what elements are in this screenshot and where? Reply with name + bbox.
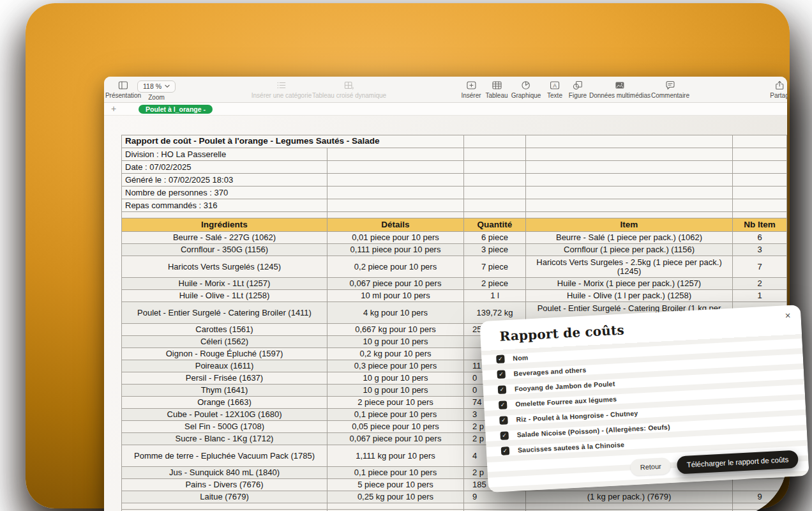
- cell[interactable]: Céleri (1562): [122, 336, 327, 348]
- presentation-button[interactable]: Présentation: [105, 80, 141, 99]
- chart-button[interactable]: Graphique: [511, 80, 541, 99]
- cell[interactable]: Sel Fin - 500G (1708): [122, 421, 327, 433]
- cell[interactable]: 0,3 piece pour 10 pers: [327, 360, 464, 372]
- cell[interactable]: [733, 479, 787, 491]
- cell[interactable]: Huile - Morix - 1Lt (1257): [122, 278, 327, 290]
- cell[interactable]: 10 ml pour 10 pers: [327, 290, 464, 302]
- cell[interactable]: Huile - Olive (1 l per pack.) (1258): [526, 290, 733, 302]
- cell[interactable]: Oignon - Rouge Épluché (1597): [122, 348, 327, 360]
- media-button[interactable]: Données multimédias: [589, 80, 650, 99]
- cell[interactable]: 0,2 piece pour 10 pers: [327, 256, 464, 278]
- cell[interactable]: [526, 174, 733, 187]
- cell[interactable]: 10 g pour 10 pers: [327, 336, 464, 348]
- cell[interactable]: Sucre - Blanc - 1Kg (1712): [122, 433, 327, 445]
- cell[interactable]: [327, 148, 464, 161]
- cell[interactable]: 10 g pour 10 pers: [327, 372, 464, 385]
- pivot-table-button[interactable]: Tableau croisé dynamique: [312, 80, 386, 99]
- cell[interactable]: Pomme de terre - Epluchée Vacuum Pack (1…: [122, 445, 327, 467]
- cell[interactable]: Jus - Sunquick 840 mL (1840): [122, 467, 327, 479]
- cell[interactable]: 0,1 piece pour 10 pers: [327, 467, 464, 479]
- cell[interactable]: [327, 199, 464, 212]
- insert-category-button[interactable]: Insérer une catégorie: [252, 80, 312, 99]
- cell[interactable]: Beurre - Salé - 227G (1062): [122, 232, 327, 244]
- cell[interactable]: 7 piece: [464, 256, 526, 278]
- cell[interactable]: [122, 212, 327, 218]
- cell[interactable]: Thym (1641): [122, 385, 327, 397]
- download-report-button[interactable]: Télécharger le rapport de coûts: [677, 450, 799, 475]
- cell[interactable]: Cornflour (1 piece per pack.) (1156): [526, 244, 733, 256]
- checkbox-checked-icon[interactable]: ✓: [497, 370, 506, 379]
- cell[interactable]: Laitue (7679): [122, 491, 327, 503]
- cell[interactable]: 3 piece: [464, 244, 526, 256]
- comment-button[interactable]: Commentaire: [651, 80, 689, 99]
- checkbox-checked-icon[interactable]: ✓: [499, 416, 508, 425]
- cell[interactable]: Cube - Poulet - 12X10G (1680): [122, 409, 327, 421]
- cell[interactable]: Nombre de personnes : 370: [122, 187, 327, 199]
- cell[interactable]: Haricots Verts Surgeles - 2.5kg (1 piece…: [526, 256, 733, 278]
- cell[interactable]: 0,2 kg pour 10 pers: [327, 348, 464, 360]
- checkbox-checked-icon[interactable]: ✓: [498, 385, 507, 394]
- cell[interactable]: [526, 161, 733, 174]
- cell[interactable]: 0,1 piece pour 10 pers: [327, 409, 464, 421]
- header-cell[interactable]: Détails: [327, 218, 464, 232]
- cell[interactable]: 0,111 piece pour 10 pers: [327, 244, 464, 256]
- cell[interactable]: [526, 187, 733, 199]
- cell[interactable]: [464, 161, 526, 174]
- close-icon[interactable]: ×: [785, 310, 791, 321]
- cell[interactable]: [733, 199, 787, 212]
- cell[interactable]: [327, 503, 464, 510]
- cell[interactable]: 2 piece: [464, 278, 526, 290]
- cell[interactable]: [464, 135, 526, 148]
- cell[interactable]: Rapport de coût - Poulet à l'orange - Le…: [122, 135, 464, 148]
- cell[interactable]: [327, 161, 464, 174]
- cell[interactable]: [327, 174, 464, 187]
- cell[interactable]: [327, 187, 464, 199]
- cell[interactable]: Haricots Verts Surgelés (1245): [122, 256, 327, 278]
- cell[interactable]: Généré le : 07/02/2025 18:03: [122, 174, 327, 187]
- cell[interactable]: 9: [464, 491, 526, 503]
- cell[interactable]: Beurre - Salé (1 piece per pack.) (1062): [526, 232, 733, 244]
- cell[interactable]: [733, 212, 787, 218]
- cell[interactable]: 7: [733, 256, 787, 278]
- back-button[interactable]: Retour: [630, 457, 671, 476]
- cell[interactable]: 3: [733, 244, 787, 256]
- insert-button[interactable]: Insérer: [461, 80, 481, 99]
- cell[interactable]: 0,05 piece pour 10 pers: [327, 421, 464, 433]
- cell[interactable]: 0,067 piece pour 10 pers: [327, 278, 464, 290]
- cell[interactable]: [526, 135, 733, 148]
- cell[interactable]: Poireaux (1611): [122, 360, 327, 372]
- cell[interactable]: Pains - Divers (7676): [122, 479, 327, 491]
- cell[interactable]: [464, 148, 526, 161]
- cell[interactable]: [733, 161, 787, 174]
- cell[interactable]: [526, 503, 733, 510]
- cell[interactable]: [464, 212, 526, 218]
- cell[interactable]: 10 g pour 10 pers: [327, 385, 464, 397]
- cell[interactable]: Division : HO La Passerelle: [122, 148, 327, 161]
- header-cell[interactable]: Quantité: [464, 218, 526, 232]
- checkbox-checked-icon[interactable]: ✓: [501, 446, 510, 455]
- cell[interactable]: 2 piece pour 10 pers: [327, 397, 464, 409]
- cell[interactable]: 0,067 piece pour 10 pers: [327, 433, 464, 445]
- cell[interactable]: [526, 212, 733, 218]
- cell[interactable]: [526, 148, 733, 161]
- add-sheet-button[interactable]: +: [111, 103, 116, 115]
- header-cell[interactable]: Ingrédients: [122, 218, 327, 232]
- header-cell[interactable]: Nb Item: [733, 218, 787, 232]
- cell[interactable]: Huile - Olive - 1Lt (1258): [122, 290, 327, 302]
- checkbox-checked-icon[interactable]: ✓: [500, 431, 509, 440]
- checkbox-checked-icon[interactable]: ✓: [496, 355, 505, 363]
- cell[interactable]: [122, 503, 327, 510]
- cell[interactable]: [733, 187, 787, 199]
- cell[interactable]: [733, 174, 787, 187]
- cell[interactable]: [464, 174, 526, 187]
- cell[interactable]: Poulet - Entier Surgelé - Catering Broil…: [122, 302, 327, 324]
- zoom-control[interactable]: 118 % Zoom: [137, 80, 176, 101]
- cell[interactable]: [733, 503, 787, 510]
- cell[interactable]: Persil - Frisée (1637): [122, 372, 327, 385]
- shape-button[interactable]: Figure: [569, 80, 587, 99]
- cell[interactable]: 2: [733, 278, 787, 290]
- table-button[interactable]: Tableau: [485, 80, 508, 99]
- cell[interactable]: 1 l: [464, 290, 526, 302]
- cell[interactable]: [464, 503, 526, 510]
- cell[interactable]: 0,667 kg pour 10 pers: [327, 324, 464, 336]
